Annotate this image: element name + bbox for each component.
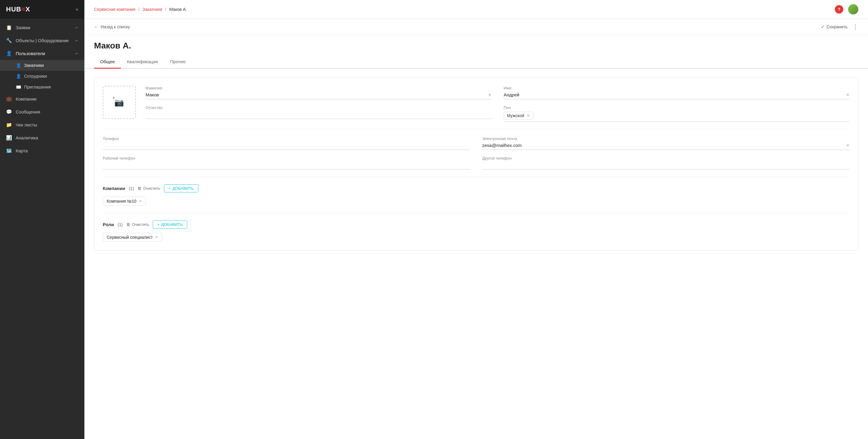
drugoy-telefon-label: Другой телефон — [482, 156, 849, 161]
sidebar-item-cheklisti[interactable]: 📁 Чек листы — [0, 118, 84, 131]
roles-header: Роли (1) 🗑 Очистить + ДОБАВИТЬ — [103, 221, 849, 229]
familiya-clear-button[interactable]: ✕ — [488, 93, 492, 97]
sidebar-item-zayavki[interactable]: 📋 Заявки ↵ — [0, 21, 84, 34]
drugoy-telefon-input-wrap — [482, 162, 849, 170]
familiya-input[interactable] — [146, 92, 487, 97]
sidebar-item-label: Карта — [16, 148, 28, 153]
companies-count: (1) — [129, 186, 134, 191]
sidebar-sub-label: Сотрудники — [24, 74, 47, 78]
companies-tag-list: Компания №10 ✕ — [103, 197, 849, 206]
companies-section: Компании (1) 🗑 Очистить + ДОБАВИТЬ — [103, 184, 849, 206]
save-button[interactable]: ✓ Сохранить — [821, 24, 847, 29]
otchestvo-input[interactable] — [146, 112, 492, 117]
breadcrumb-part1[interactable]: Сервисная компания — [94, 7, 135, 12]
tab-kvalifikaciya[interactable]: Квалификация — [121, 56, 164, 69]
page-title: Маков А. — [94, 41, 858, 50]
telefon-input[interactable] — [103, 143, 470, 148]
sidebar-item-label: Чек листы — [16, 122, 37, 127]
sotrudniki-icon: 👤 — [16, 74, 21, 78]
roles-count: (1) — [118, 222, 123, 227]
photo-upload[interactable]: 📷 + — [103, 86, 136, 119]
topbar-actions: ? — [835, 4, 858, 14]
zayavki-arrow: ↵ — [75, 26, 79, 30]
sidebar-nav: 📋 Заявки ↵ 🔧 Объекты | Оборудование ↵ 👤 … — [0, 19, 84, 439]
otchestvo-input-wrap — [146, 112, 492, 119]
imya-input-wrap: ✕ — [504, 92, 849, 99]
collapse-button[interactable]: « — [76, 7, 79, 12]
drugoy-telefon-input[interactable] — [482, 162, 849, 167]
sidebar-item-kompanii[interactable]: 💼 Компании — [0, 93, 84, 105]
soobscheniya-icon: 💬 — [6, 109, 12, 115]
breadcrumb-sep2: / — [165, 7, 166, 12]
companies-add-button[interactable]: + ДОБАВИТЬ — [164, 184, 198, 193]
sidebar-item-label: Компании — [16, 96, 36, 101]
sidebar-item-label: Сообщения — [16, 109, 40, 114]
topbar: Сервисная компания / Заказчики / Маков А… — [84, 0, 868, 19]
rabochiy-telefon-input[interactable] — [103, 162, 470, 167]
breadcrumb-part2[interactable]: Заказчики — [143, 7, 162, 12]
rabochiy-telefon-input-wrap — [103, 162, 470, 170]
company-tag-remove-0[interactable]: ✕ — [139, 199, 142, 203]
polzovateli-arrow: ↵ — [75, 52, 79, 56]
logo: HUB=X — [6, 5, 30, 13]
roles-clear-button[interactable]: 🗑 Очистить — [126, 222, 149, 227]
imya-clear-button[interactable]: ✕ — [846, 93, 849, 97]
company-tag-0: Компания №10 ✕ — [103, 197, 146, 206]
phone-email-row: Телефон Электронная почта ✕ — [103, 136, 849, 170]
email-label: Электронная почта — [482, 136, 849, 141]
roles-section: Роли (1) 🗑 Очистить + ДОБАВИТЬ — [103, 221, 849, 242]
profile-row: 📷 + Фамилия ✕ — [103, 86, 849, 122]
sidebar-item-sotrudniki[interactable]: 👤 Сотрудники — [0, 71, 84, 81]
sidebar-item-analitika[interactable]: 📊 Аналитика — [0, 131, 84, 144]
back-arrow-icon: ← — [94, 24, 98, 29]
roles-clear-label: Очистить — [132, 222, 149, 227]
help-button[interactable]: ? — [835, 5, 843, 13]
tabs: Общее Квалификация Прочее — [84, 56, 868, 69]
sidebar-item-oborudovanie[interactable]: 🔧 Объекты | Оборудование ↵ — [0, 34, 84, 47]
familiya-input-wrap: ✕ — [146, 92, 492, 99]
otchestvo-label: Отчество — [146, 105, 492, 110]
sidebar-item-priglasheniya[interactable]: ✉️ Приглашения — [0, 81, 84, 93]
save-check-icon: ✓ — [821, 24, 825, 29]
roles-title: Роли — [103, 222, 114, 227]
pol-label: Пол — [504, 105, 849, 110]
sidebar-item-polzovateli[interactable]: 👤 Пользователи ↵ — [0, 47, 84, 60]
logo-accent: = — [22, 5, 26, 13]
camera-icon: 📷 — [114, 98, 124, 107]
rabochiy-telefon-label: Рабочий телефон — [103, 156, 470, 161]
imya-input[interactable] — [504, 92, 845, 97]
photo-plus-icon: + — [113, 96, 115, 100]
polzovateli-icon: 👤 — [6, 50, 12, 56]
avatar[interactable] — [848, 4, 858, 14]
familiya-label: Фамилия — [146, 86, 492, 90]
sidebar-item-label: Аналитика — [16, 135, 38, 140]
role-tag-remove-0[interactable]: ✕ — [155, 235, 158, 239]
cheklisti-icon: 📁 — [6, 122, 12, 128]
telefon-input-wrap — [103, 143, 470, 150]
email-clear-button[interactable]: ✕ — [846, 143, 849, 148]
telefon-label: Телефон — [103, 136, 470, 141]
imya-label: Имя — [504, 86, 849, 90]
oborudovanie-arrow: ↵ — [75, 38, 79, 43]
sidebar-item-label: Заявки — [16, 25, 30, 30]
roles-add-button[interactable]: + ДОБАВИТЬ — [153, 221, 187, 229]
gender-clear-button[interactable]: ✕ — [527, 113, 530, 118]
roles-add-plus: + — [157, 222, 160, 227]
back-button[interactable]: ← Назад к списку — [94, 24, 130, 29]
sidebar-item-zakazchiki[interactable]: 👤 Заказчики — [0, 60, 84, 71]
tab-prochee[interactable]: Прочее — [164, 56, 192, 69]
sidebar-item-soobscheniya[interactable]: 💬 Сообщения — [0, 105, 84, 118]
more-options-button[interactable]: ⋮ — [852, 23, 858, 30]
trash-icon: 🗑 — [137, 186, 141, 191]
tab-obschee[interactable]: Общее — [94, 56, 121, 69]
email-input[interactable] — [482, 143, 845, 148]
telefon-field-group: Телефон — [103, 136, 470, 150]
imya-field-group: Имя ✕ — [504, 86, 849, 99]
sidebar-item-karta[interactable]: 🗺️ Карта — [0, 144, 84, 157]
roles-add-label: ДОБАВИТЬ — [161, 222, 182, 227]
sidebar: HUB=X « 📋 Заявки ↵ 🔧 Объекты | Оборудова… — [0, 0, 84, 439]
companies-clear-button[interactable]: 🗑 Очистить — [137, 186, 160, 191]
familiya-field-group: Фамилия ✕ — [146, 86, 492, 99]
gender-chip[interactable]: Мужской ✕ — [504, 112, 533, 120]
companies-clear-label: Очистить — [143, 186, 160, 191]
